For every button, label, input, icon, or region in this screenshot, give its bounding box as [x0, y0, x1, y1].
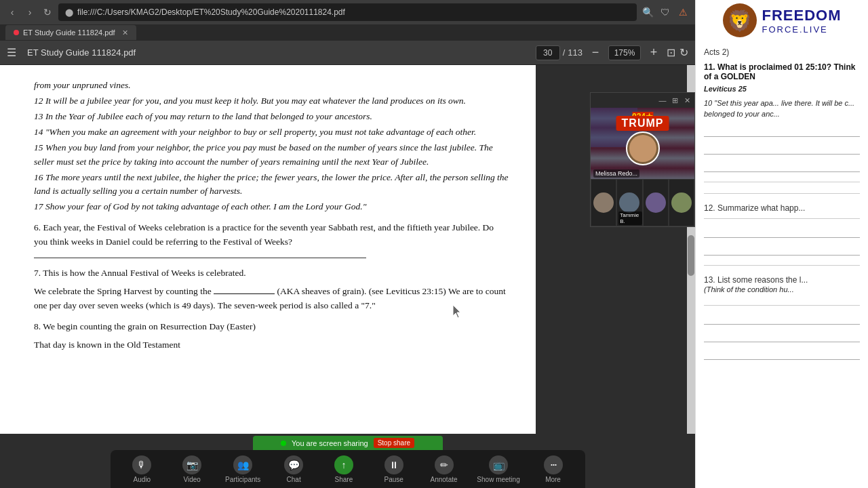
pdf-line-1: from your unpruned vines.: [34, 79, 509, 93]
pause-label: Pause: [384, 476, 403, 483]
browser-nav-bar: ‹ › ↻ ⬤ file:///C:/Users/KMAG2/Desktop/E…: [0, 0, 695, 24]
pdf-tab[interactable]: ET Study Guide 111824.pdf ✕: [5, 25, 136, 40]
rp-divider-4: [704, 265, 860, 266]
zoom-pause-button[interactable]: ⏸ Pause: [377, 455, 411, 483]
scrollbar-thumb[interactable]: [688, 235, 694, 276]
participants-label: Participants: [225, 476, 260, 483]
video-thumb-4: [669, 179, 694, 226]
nav-forward-button[interactable]: ›: [23, 5, 37, 19]
chat-icon: 💬: [284, 455, 303, 474]
audio-icon: 🎙: [132, 455, 151, 474]
nav-back-button[interactable]: ‹: [5, 5, 19, 19]
security-icon[interactable]: 🛡: [658, 5, 672, 19]
show-meeting-label: Show meeting: [477, 476, 519, 483]
pdf-line-6: 16 The more years until the next jubilee…: [34, 171, 509, 199]
rp-answer-line-8: [704, 350, 860, 360]
zoom-toolbar: You are screen sharing Stop share 🎙 Audi…: [0, 434, 695, 488]
zoom-annotate-button[interactable]: ✏ Annotate: [427, 455, 461, 483]
avatar-face: [629, 135, 656, 162]
tab-title: ET Study Guide 111824.pdf: [23, 28, 115, 37]
logo-text-container: FREEDOM FORCE.LIVE: [762, 7, 842, 35]
sharing-status-text: You are screen sharing: [292, 439, 368, 447]
pdf-line-3: 13 In the Year of Jubilee each of you ma…: [34, 110, 509, 124]
pdf-line-7: 17 Show your fear of God by not taking a…: [34, 200, 509, 214]
question-8-cont: That day is known in the Old Testament: [34, 338, 509, 352]
pdf-page: from your unpruned vines. 12 It will be …: [0, 65, 536, 434]
question-7-header: 7. This is how the Annual Festival of We…: [34, 266, 509, 281]
zoom-share-button[interactable]: ↑ Share: [327, 455, 361, 483]
thumb-avatar-1: [593, 192, 614, 213]
page-total: 113: [568, 47, 583, 58]
pdf-line-2: 12 It will be a jubilee year for you, an…: [34, 94, 509, 108]
thumb-avatar-4: [671, 192, 692, 213]
thumb-avatar-3: [646, 192, 666, 213]
participants-icon: 👥: [233, 455, 252, 474]
pdf-title: ET Study Guide 111824.pdf: [22, 47, 530, 58]
logo-circle: 🦁: [723, 3, 757, 37]
vp-grid-icon[interactable]: ⊞: [670, 96, 679, 105]
hamburger-menu-icon[interactable]: ☰: [7, 46, 16, 59]
zoom-out-button[interactable]: −: [588, 45, 603, 60]
zoom-controls-bar: 🎙 Audio 📷 Video 👥 Participants 💬 Chat ↑: [111, 450, 585, 488]
participant2-name: Tammie B.: [618, 211, 642, 225]
rp-divider-5: [704, 305, 860, 306]
annotate-label: Annotate: [431, 476, 458, 483]
rp-answer-line-4: [704, 228, 860, 238]
sharing-bar: You are screen sharing Stop share: [253, 436, 443, 450]
zoom-show-meeting-button[interactable]: 📺 Show meeting: [477, 455, 519, 483]
page-separator: /: [563, 47, 566, 58]
rp-answer-line-1: [704, 127, 860, 137]
stop-share-button[interactable]: Stop share: [374, 438, 414, 448]
warning-icon[interactable]: ⚠: [676, 5, 690, 19]
zoom-video-button[interactable]: 📷 Video: [175, 455, 209, 483]
video-thumbnails-row: Tammie B.: [591, 179, 694, 226]
rp-answer-line-7: [704, 333, 860, 342]
share-label: Share: [335, 476, 353, 483]
pdf-line-5: 15 When you buy land from your neighbor,…: [34, 141, 509, 169]
rp-q13-sub: (Think of the condition hu...: [704, 285, 860, 295]
rp-q12: 12. Summarize what happ...: [704, 203, 860, 213]
nav-refresh-button[interactable]: ↻: [41, 5, 54, 19]
vp-close-icon[interactable]: ✕: [682, 96, 692, 105]
search-icon[interactable]: 🔍: [641, 5, 654, 19]
zoom-chat-button[interactable]: 💬 Chat: [277, 455, 311, 483]
rotate-icon[interactable]: ↻: [679, 46, 688, 59]
vp-minimize-icon[interactable]: —: [658, 96, 667, 105]
right-panel-container: Acts 2) 11. What is proclaimed 01 25:10?…: [695, 41, 868, 488]
logo-area: 🦁 FREEDOM FORCE.LIVE: [695, 0, 868, 41]
zoom-in-button[interactable]: +: [646, 45, 661, 60]
video-panel-header: — ⊞ ✕: [591, 93, 694, 108]
address-bar[interactable]: ⬤ file:///C:/Users/KMAG2/Desktop/ET%20St…: [58, 3, 637, 21]
fit-page-icon[interactable]: ⊡: [667, 46, 675, 59]
rp-divider-1: [704, 182, 860, 182]
video-main-participant: TRUMP 024★ Melissa Redo...: [591, 108, 694, 179]
video-thumb-3: [643, 179, 669, 226]
zoom-participants-button[interactable]: 👥 Participants: [225, 455, 260, 483]
pause-icon: ⏸: [384, 455, 403, 474]
video-icon: 📷: [182, 455, 201, 474]
logo-main-text: FREEDOM: [762, 7, 842, 24]
page-number-input[interactable]: [536, 45, 560, 60]
pdf-viewer: ☰ ET Study Guide 111824.pdf / 113 − + ⊡ …: [0, 41, 695, 488]
thumb-avatar-2: [619, 192, 639, 213]
zoom-audio-button[interactable]: 🎙 Audio: [125, 455, 159, 483]
rp-leviticus-ref: Leviticus 25: [704, 84, 860, 94]
tab-close-icon[interactable]: ✕: [122, 28, 128, 37]
zoom-level-input[interactable]: [608, 45, 641, 60]
show-meeting-icon: 📺: [489, 455, 508, 474]
question-6: 6. Each year, the Festival of Weeks cele…: [34, 221, 509, 249]
more-label: More: [545, 476, 561, 483]
divider-1: [34, 258, 366, 258]
rp-divider-3: [704, 218, 860, 219]
rp-divider-2: [704, 193, 860, 194]
share-icon: ↑: [334, 455, 353, 474]
chat-label: Chat: [287, 476, 301, 483]
rp-answer-line-2: [704, 145, 860, 155]
zoom-more-button[interactable]: ··· More: [536, 455, 570, 483]
annotate-icon: ✏: [435, 455, 454, 474]
rp-answer-line-5: [704, 246, 860, 256]
pdf-line-4: 14 "When you make an agreement with your…: [34, 125, 509, 140]
pdf-blank-1: [214, 293, 275, 294]
pdf-toolbar: ☰ ET Study Guide 111824.pdf / 113 − + ⊡ …: [0, 41, 695, 65]
pdf-scroll-area[interactable]: from your unpruned vines. 12 It will be …: [0, 65, 695, 488]
